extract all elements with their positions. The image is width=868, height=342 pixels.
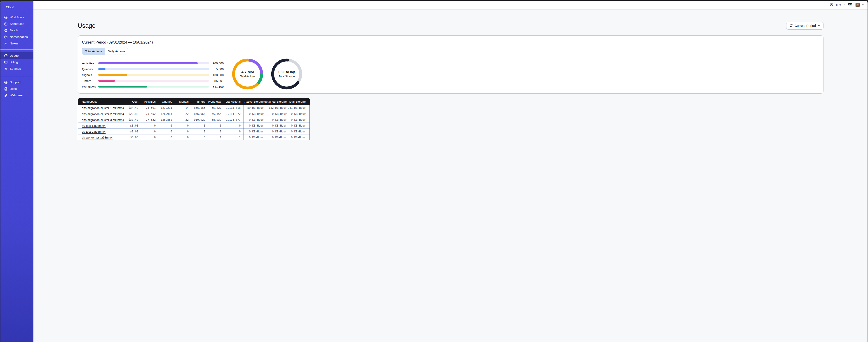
namespace-cell: a0-test-2.a98mm4 <box>82 130 122 133</box>
sidebar-item-billing[interactable]: Billing <box>0 59 33 65</box>
bar-track <box>98 86 209 88</box>
timers-cell: 910,922 <box>189 118 205 122</box>
bar-row-workflows: Workflows541,109 <box>82 84 224 90</box>
total-actions-label: Total Actions <box>240 75 255 78</box>
timers-cell: 0 <box>189 130 205 133</box>
docs-book-icon <box>4 87 8 91</box>
retained-storage-cell: 0 KB-Hour <box>264 130 287 133</box>
column-header-retained-storage: Retained Storage <box>264 100 287 103</box>
namespace-link[interactable]: abs-migration-cluster-2.a98mm4 <box>82 112 124 116</box>
bar-track <box>98 62 209 64</box>
sidebar-item-label: Workflows <box>10 15 24 19</box>
namespace-link[interactable]: a0-test-2.a98mm4 <box>82 130 106 133</box>
card-title: Current Period (09/01/2024 — 10/01/2024) <box>82 40 153 44</box>
tab-total-actions[interactable]: Total Actions <box>82 48 105 55</box>
total-storage-cell: 241 MB-Hour <box>287 106 310 109</box>
sidebar-item-settings[interactable]: Settings <box>0 65 33 72</box>
sidebar-item-label: Namespaces <box>10 35 28 39</box>
sidebar-account-nav: UsageBillingSettings <box>0 52 33 72</box>
timers-cell: 856,960 <box>189 112 205 115</box>
total-actions-cell: 1,115,018 <box>221 106 244 109</box>
sidebar-item-label: Billing <box>10 61 18 64</box>
column-header-active-storage: Active Storage <box>244 100 264 103</box>
total-actions-donut: 4.7 MM Total Actions <box>231 57 265 91</box>
timers-cell: 856,865 <box>189 106 205 109</box>
sidebar-footer-nav: SupportDocsWelcome <box>0 78 33 99</box>
bar-label: Queries <box>82 67 98 71</box>
namespace-cell: abs-migration-cluster-2.a98mm4 <box>82 112 122 116</box>
workflows-cell: 1 <box>205 136 221 139</box>
namespace-cell: abs-migration-cluster-1.a98mm4 <box>82 106 122 110</box>
nexus-asterisk-icon <box>4 41 8 45</box>
sidebar-item-usage[interactable]: Usage <box>0 52 33 59</box>
signals-cell: 14 <box>172 106 189 109</box>
active-storage-cell: 59 MB-Hour <box>244 105 264 111</box>
workflows-icon <box>4 15 8 19</box>
welcome-rocket-icon <box>4 93 8 97</box>
total-actions-value: 4.7 MM <box>241 70 254 74</box>
cost-cell: $34.42 <box>122 106 140 109</box>
main-content: Usage Current Period Current Period (09/… <box>33 10 354 140</box>
total-actions-cell: 1,114,872 <box>221 112 244 115</box>
signals-cell: 22 <box>172 112 189 115</box>
sidebar-divider <box>0 76 33 76</box>
bar-fill <box>98 68 105 70</box>
table-row: bk-worker-test.a98mm4$0.000000110 KB-Hou… <box>78 134 310 140</box>
sidebar-item-label: Nexus <box>10 42 19 45</box>
actions-bar-chart: Activities900,000Queries5,000Signals130,… <box>82 60 224 90</box>
batch-layers-icon <box>4 28 8 32</box>
retained-storage-cell: 0 KB-Hour <box>264 118 287 122</box>
total-actions-cell: 1 <box>221 136 244 139</box>
tab-daily-actions[interactable]: Daily Actions <box>105 48 128 55</box>
namespace-link[interactable]: a0-test-1.a98mm4 <box>82 124 106 128</box>
page-title: Usage <box>78 22 96 29</box>
sidebar-item-workflows[interactable]: Workflows <box>0 14 33 21</box>
queries-cell: 127,211 <box>156 106 172 109</box>
bar-fill <box>98 86 147 88</box>
activities-cell: 0 <box>140 134 156 140</box>
signals-cell: 0 <box>172 130 189 133</box>
bar-row-queries: Queries5,000 <box>82 66 224 72</box>
timers-cell: 0 <box>189 136 205 139</box>
table-row: abs-migration-cluster-1.a98mm4$34.4275,5… <box>78 105 310 111</box>
column-header-namespace: Namespace <box>82 100 122 103</box>
sidebar-item-namespaces[interactable]: Namespaces <box>0 34 33 40</box>
workflows-cell: 55,454 <box>205 112 221 115</box>
activities-cell: 0 <box>140 129 156 134</box>
sidebar-item-welcome[interactable]: Welcome <box>0 92 33 99</box>
cost-cell: $29.32 <box>122 112 140 115</box>
bar-label: Timers <box>82 79 98 82</box>
total-storage-label: Total Storage <box>279 75 295 78</box>
sidebar-item-label: Support <box>10 80 21 84</box>
sidebar-item-label: Usage <box>10 54 19 57</box>
namespace-usage-table: NamespaceCostActivitiesQueriesSignalsTim… <box>78 98 310 140</box>
cost-cell: $0.00 <box>122 124 140 127</box>
namespace-link[interactable]: abs-migration-cluster-1.a98mm4 <box>82 106 124 110</box>
cost-cell: $0.00 <box>122 130 140 133</box>
column-header-total-actions: Total Actions <box>221 100 244 103</box>
sidebar-main-nav: WorkflowsSchedulesBatchNamespacesNexus <box>0 13 33 47</box>
sidebar-item-docs[interactable]: Docs <box>0 86 33 92</box>
total-storage-value: 0 GB/Day <box>278 70 295 74</box>
support-lifering-icon <box>4 80 8 84</box>
bar-row-activities: Activities900,000 <box>82 60 224 66</box>
sidebar-item-label: Welcome <box>10 94 23 97</box>
namespace-link[interactable]: bk-worker-test.a98mm4 <box>82 136 113 139</box>
activities-cell: 75,501 <box>140 105 156 111</box>
workflows-cell: 58,939 <box>205 118 221 122</box>
bar-label: Activities <box>82 62 98 65</box>
namespace-cell: abs-migration-cluster-3.a98mm4 <box>82 118 122 122</box>
sidebar-item-support[interactable]: Support <box>0 79 33 86</box>
namespace-link[interactable]: abs-migration-cluster-3.a98mm4 <box>82 118 124 122</box>
sidebar-item-schedules[interactable]: Schedules <box>0 21 33 27</box>
sidebar-item-batch[interactable]: Batch <box>0 27 33 34</box>
active-storage-cell: 0 KB-Hour <box>244 134 264 140</box>
table-header: NamespaceCostActivitiesQueriesSignalsTim… <box>78 98 310 105</box>
bar-value: 5,000 <box>209 67 224 71</box>
sidebar-item-nexus[interactable]: Nexus <box>0 40 33 47</box>
temporal-cloud-app: Cloud WorkflowsSchedulesBatchNamespacesN… <box>0 1 354 140</box>
retained-storage-cell: 0 KB-Hour <box>264 136 287 139</box>
timers-cell: 0 <box>189 124 205 127</box>
bar-row-signals: Signals130,000 <box>82 72 224 78</box>
queries-cell: 126,862 <box>156 118 172 122</box>
